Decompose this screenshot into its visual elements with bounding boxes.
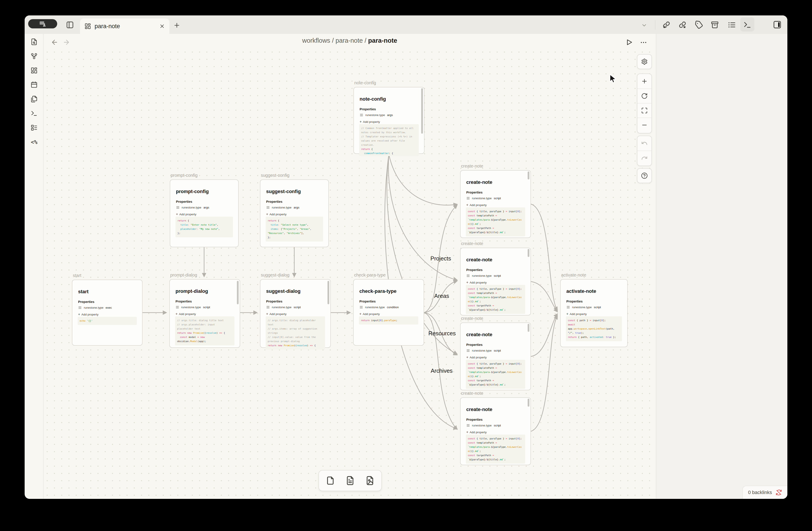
add-property-button[interactable]: +Add property: [466, 430, 487, 434]
sidebar-right-icon: [773, 20, 782, 29]
canvas-node-create-note-3[interactable]: create-note create-note Properties runes…: [460, 322, 531, 390]
ribbon-files-button[interactable]: [29, 95, 39, 103]
zoom-to-fit-button[interactable]: [637, 103, 651, 117]
add-property-button[interactable]: +Add property: [175, 312, 196, 316]
ribbon-list-boxes-button[interactable]: [29, 123, 39, 132]
edge-label-areas[interactable]: Areas: [434, 293, 449, 299]
node-code-block[interactable]: const { title, paraType } = input[0];con…: [466, 360, 525, 389]
ribbon-canvas-button[interactable]: [29, 66, 39, 75]
canvas-node-prompt-dialog[interactable]: prompt-dialog prompt-dialog Properties r…: [169, 279, 240, 348]
property-row[interactable]: runestone.type args: [360, 113, 393, 117]
node-code-block[interactable]: // args.title: dialog placeholdertext// …: [266, 316, 325, 350]
canvas-node-create-note-4[interactable]: create-note create-note Properties runes…: [460, 397, 531, 465]
canvas-node-suggest-config[interactable]: suggest-config suggest-config Properties…: [260, 179, 329, 247]
ribbon-terminal-button[interactable]: [29, 109, 39, 118]
canvas-node-start[interactable]: start start Properties runestone.type ex…: [72, 280, 143, 346]
node-scrollbar[interactable]: [328, 281, 329, 304]
add-property-button[interactable]: +Add property: [78, 312, 99, 316]
add-property-button[interactable]: +Add property: [266, 212, 287, 216]
node-scrollbar[interactable]: [527, 399, 530, 407]
node-code-block[interactable]: // args.title: dialog title text// args.…: [175, 316, 234, 346]
add-property-button[interactable]: +Add property: [176, 212, 197, 216]
right-sidebar-toggle-button[interactable]: [772, 20, 782, 29]
property-row[interactable]: runestone.type condition: [359, 305, 399, 309]
redo-button[interactable]: [637, 151, 651, 165]
node-code-block[interactable]: const { path } = input[0];awaitapp.works…: [566, 316, 622, 341]
add-property-button[interactable]: +Add property: [566, 312, 587, 316]
property-row[interactable]: runestone.type args: [266, 206, 299, 209]
add-property-button[interactable]: +Add property: [359, 312, 380, 316]
node-code-block[interactable]: const { title, paraType } = input[0];con…: [466, 435, 525, 464]
ribbon-graph-button[interactable]: [29, 52, 39, 60]
undo-button[interactable]: [637, 136, 651, 151]
property-row[interactable]: runestone.type script: [466, 423, 501, 427]
tab-para-note[interactable]: para-note: [80, 18, 169, 34]
left-sidebar-toggle-button[interactable]: [66, 21, 74, 29]
edge-label-archives[interactable]: Archives: [431, 367, 453, 374]
backlinks-button[interactable]: [662, 21, 671, 29]
file-search-icon: [31, 38, 38, 46]
screen-share-indicator[interactable]: [28, 19, 57, 28]
help-button[interactable]: [637, 169, 651, 183]
property-row[interactable]: runestone.type script: [466, 274, 501, 278]
node-scrollbar[interactable]: [527, 249, 530, 257]
outline-button[interactable]: [727, 21, 736, 29]
add-property-button[interactable]: +Add property: [360, 120, 380, 124]
canvas-node-create-note-2[interactable]: create-note create-note Properties runes…: [460, 248, 531, 316]
new-tab-button[interactable]: [172, 22, 181, 29]
node-code-block[interactable]: const { title, paraType } = input[0];con…: [466, 285, 525, 314]
edge-label-projects[interactable]: Projects: [431, 255, 451, 262]
property-row[interactable]: runestone.type script: [266, 305, 301, 309]
run-workflow-button[interactable]: [624, 38, 634, 47]
zoom-out-button[interactable]: [637, 117, 651, 132]
add-property-button[interactable]: +Add property: [466, 280, 487, 284]
tab-list-dropdown-button[interactable]: [640, 22, 649, 29]
node-scrollbar[interactable]: [237, 281, 238, 304]
node-code-block[interactable]: return input[0].paraType;: [359, 316, 418, 324]
property-row[interactable]: runestone.type script: [466, 196, 501, 200]
node-code-block[interactable]: return { title: "Select note type", item…: [266, 216, 323, 241]
zoom-in-button[interactable]: [637, 74, 651, 88]
breadcrumb[interactable]: workflows / para-note / para-note: [44, 37, 656, 44]
text-property-icon: [175, 305, 179, 309]
property-row[interactable]: runestone.type script: [466, 349, 501, 352]
canvas-node-note-config[interactable]: note-config note-config Properties runes…: [353, 87, 424, 154]
add-media-button[interactable]: [365, 476, 375, 486]
tab-close-icon[interactable]: [159, 23, 165, 29]
node-code-block[interactable]: // Common frontmatter applied to allnote…: [359, 124, 419, 156]
property-row[interactable]: runestone.type exec: [78, 306, 112, 309]
reset-zoom-button[interactable]: [637, 88, 651, 103]
ribbon-calendar-button[interactable]: [29, 80, 39, 89]
canvas-node-check-para-type[interactable]: check-para-type check-para-type Properti…: [353, 279, 424, 346]
add-property-button[interactable]: +Add property: [466, 203, 487, 207]
node-code-block[interactable]: const { title, paraType } = input[0];con…: [466, 207, 525, 236]
canvas-node-activate-note[interactable]: activate-note activate-note Properties r…: [560, 279, 628, 347]
outgoing-links-button[interactable]: [678, 21, 687, 29]
property-row[interactable]: runestone.type script: [566, 305, 601, 309]
canvas[interactable]: [44, 34, 656, 499]
canvas-node-suggest-dialog[interactable]: suggest-dialog suggest-dialog Properties…: [260, 279, 331, 348]
canvas-node-prompt-config[interactable]: prompt-config prompt-config Properties r…: [170, 179, 238, 247]
add-note-button[interactable]: [345, 476, 355, 486]
node-scrollbar[interactable]: [421, 88, 423, 134]
node-code-block[interactable]: echo '{}': [78, 317, 137, 325]
add-card-button[interactable]: [325, 476, 335, 486]
backlinks-status[interactable]: 0 backlinks: [742, 486, 787, 499]
add-property-button[interactable]: +Add property: [466, 355, 487, 359]
property-row[interactable]: runestone.type args: [176, 206, 209, 209]
properties-button[interactable]: [710, 21, 719, 29]
edge-label-resources[interactable]: Resources: [429, 330, 456, 337]
ribbon-file-search-button[interactable]: [29, 38, 39, 46]
node-scrollbar[interactable]: [527, 171, 530, 179]
node-code-block[interactable]: return { title: "Enter note title", plac…: [175, 216, 233, 237]
node-scrollbar[interactable]: [527, 324, 530, 332]
terminal-button[interactable]: [743, 21, 752, 29]
canvas-node-create-note-1[interactable]: create-note create-note Properties runes…: [460, 170, 531, 238]
link-in-icon: [662, 21, 670, 29]
ribbon-templater-button[interactable]: <%: [29, 138, 39, 146]
property-row[interactable]: runestone.type script: [175, 305, 210, 309]
more-options-button[interactable]: [639, 39, 648, 46]
tags-button[interactable]: [695, 21, 704, 29]
add-property-button[interactable]: +Add property: [266, 312, 287, 316]
canvas-settings-button[interactable]: [637, 55, 651, 69]
